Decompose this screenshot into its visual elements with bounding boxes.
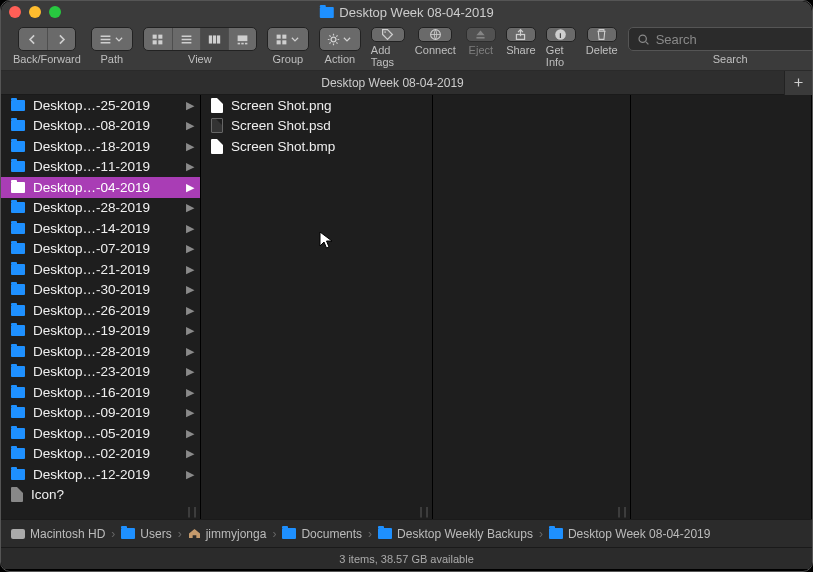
list-item[interactable]: Desktop…-08-2019▶ (1, 116, 200, 137)
svg-rect-6 (217, 35, 220, 43)
folder-icon (282, 528, 296, 539)
list-item[interactable]: Screen Shot.bmp (201, 136, 432, 157)
action-button[interactable] (320, 28, 360, 50)
item-label: Desktop…-19-2019 (33, 323, 178, 338)
add-tags-button[interactable] (371, 27, 405, 42)
column-4[interactable] (631, 95, 812, 519)
forward-button[interactable] (47, 28, 75, 50)
delete-button[interactable] (587, 27, 617, 42)
list-item[interactable]: Desktop…-25-2019▶ (1, 95, 200, 116)
folder-icon (11, 428, 25, 439)
get-info-button[interactable]: i (546, 27, 576, 42)
path-bar: Macintosh HD›Users›jimmyjonga›Documents›… (1, 519, 812, 547)
new-tab-button[interactable] (784, 71, 812, 95)
path-segment[interactable]: Desktop Week 08-04-2019 (549, 527, 711, 541)
list-item[interactable]: Desktop…-19-2019▶ (1, 321, 200, 342)
column-1[interactable]: Desktop…-25-2019▶Desktop…-08-2019▶Deskto… (1, 95, 201, 519)
connect-button[interactable] (418, 27, 452, 42)
list-item[interactable]: Desktop…-26-2019▶ (1, 300, 200, 321)
svg-text:i: i (560, 31, 562, 40)
item-label: Icon? (31, 487, 194, 502)
folder-icon (11, 141, 25, 152)
view-label: View (188, 53, 212, 65)
path-group: Path (91, 27, 133, 65)
column-view-button[interactable] (200, 28, 228, 50)
svg-rect-4 (209, 35, 212, 43)
icon-view-button[interactable] (144, 28, 172, 50)
gallery-view-button[interactable] (228, 28, 256, 50)
path-segment[interactable]: jimmyjonga (188, 527, 267, 541)
svg-rect-10 (245, 42, 247, 44)
group-label: Group (273, 53, 304, 65)
file-icon (211, 139, 223, 154)
list-item[interactable]: Desktop…-09-2019▶ (1, 403, 200, 424)
path-segment[interactable]: Macintosh HD (11, 527, 105, 541)
path-segment[interactable]: Users (121, 527, 171, 541)
list-item[interactable]: Desktop…-02-2019▶ (1, 444, 200, 465)
list-item[interactable]: Desktop…-16-2019▶ (1, 382, 200, 403)
chevron-right-icon: ▶ (186, 283, 194, 296)
column-3[interactable]: || (433, 95, 631, 519)
item-label: Desktop…-09-2019 (33, 405, 178, 420)
folder-icon (11, 182, 25, 193)
list-item[interactable]: Desktop…-14-2019▶ (1, 218, 200, 239)
svg-rect-0 (153, 34, 157, 38)
item-label: Desktop…-26-2019 (33, 303, 178, 318)
folder-icon (11, 325, 25, 336)
tab-bar: Desktop Week 08-04-2019 (1, 71, 812, 95)
group-button[interactable] (268, 28, 308, 50)
chevron-right-icon: ▶ (186, 160, 194, 173)
list-item[interactable]: Desktop…-28-2019▶ (1, 341, 200, 362)
window-title: Desktop Week 08-04-2019 (319, 5, 493, 20)
zoom-window-button[interactable] (49, 6, 61, 18)
item-label: Desktop…-12-2019 (33, 467, 178, 482)
eject-icon (474, 28, 487, 41)
list-item[interactable]: Desktop…-28-2019▶ (1, 198, 200, 219)
list-item[interactable]: Desktop…-23-2019▶ (1, 362, 200, 383)
folder-icon (11, 120, 25, 131)
list-view-button[interactable] (172, 28, 200, 50)
list-item[interactable]: Desktop…-07-2019▶ (1, 239, 200, 260)
list-item[interactable]: Icon? (1, 485, 200, 506)
list-item[interactable]: Desktop…-04-2019▶ (1, 177, 200, 198)
path-segment-label: Desktop Week 08-04-2019 (568, 527, 711, 541)
search-field[interactable] (628, 27, 813, 51)
path-segment-label: Documents (301, 527, 362, 541)
chevron-right-icon: ▶ (186, 468, 194, 481)
chevron-right-icon: ▶ (186, 365, 194, 378)
eject-button[interactable] (466, 27, 496, 42)
info-icon: i (554, 28, 567, 41)
svg-rect-13 (277, 40, 281, 44)
list-item[interactable]: Desktop…-18-2019▶ (1, 136, 200, 157)
list-item[interactable]: Desktop…-05-2019▶ (1, 423, 200, 444)
path-segment[interactable]: Desktop Weekly Backups (378, 527, 533, 541)
folder-icon (11, 202, 25, 213)
list-item[interactable]: Screen Shot.psd (201, 116, 432, 137)
share-button[interactable] (506, 27, 536, 42)
toolbar: Back/Forward Path View Group (1, 23, 812, 71)
folder-icon (11, 387, 25, 398)
column-2[interactable]: Screen Shot.pngScreen Shot.psdScreen Sho… (201, 95, 433, 519)
list-item[interactable]: Desktop…-11-2019▶ (1, 157, 200, 178)
svg-rect-14 (283, 40, 287, 44)
minimize-window-button[interactable] (29, 6, 41, 18)
list-item[interactable]: Desktop…-30-2019▶ (1, 280, 200, 301)
folder-icon (121, 528, 135, 539)
folder-icon (11, 448, 25, 459)
column-resize-handle[interactable]: || (186, 506, 198, 517)
back-button[interactable] (19, 28, 47, 50)
search-group: Search (628, 27, 813, 65)
path-segment[interactable]: Documents (282, 527, 362, 541)
column-resize-handle[interactable]: || (616, 506, 628, 517)
trash-icon (595, 28, 608, 41)
path-button[interactable] (92, 28, 132, 50)
list-item[interactable]: Desktop…-21-2019▶ (1, 259, 200, 280)
search-input[interactable] (656, 32, 813, 47)
tab-active[interactable]: Desktop Week 08-04-2019 (1, 76, 784, 90)
list-item[interactable]: Screen Shot.png (201, 95, 432, 116)
svg-point-15 (331, 37, 336, 42)
list-item[interactable]: Desktop…-12-2019▶ (1, 464, 200, 485)
column-resize-handle[interactable]: || (418, 506, 430, 517)
delete-group: Delete (586, 27, 618, 56)
close-window-button[interactable] (9, 6, 21, 18)
